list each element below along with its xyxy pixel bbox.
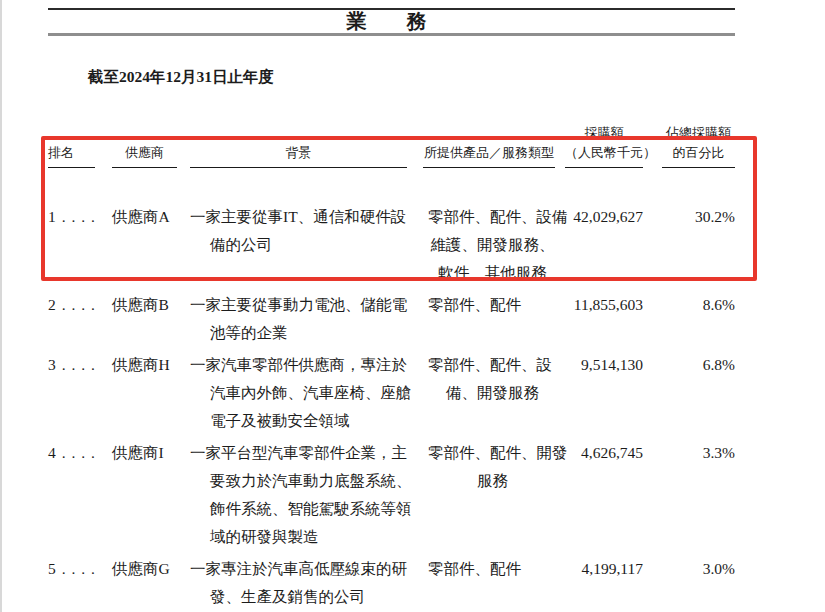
background-cell: 一家汽車零部件供應商，專注於汽車內外飾、汽車座椅、座艙電子及被動安全領域 (190, 351, 423, 435)
percentage-cell: 3.0% (643, 555, 735, 611)
supplier-cell: 供應商A (112, 203, 190, 287)
section-header-band: 業 務 (48, 8, 735, 36)
table-body: 1 . . . . 供應商A 一家主要從事IT、通信和硬件設備的公司 零部件、配… (48, 203, 735, 611)
amount-cell: 4,199,117 (557, 555, 643, 611)
table-row: 5 . . . . 供應商G 一家專注於汽車高低壓線束的研發、生產及銷售的公司 … (48, 555, 735, 611)
products-cell: 零部件、配件 (423, 291, 557, 347)
supplier-cell: 供應商G (112, 555, 190, 611)
amount-cell: 4,626,745 (557, 439, 643, 551)
rank-cell: 1 . . . . (48, 203, 112, 287)
table-row: 4 . . . . 供應商I 一家平台型汽車零部件企業，主要致力於汽車動力底盤系… (48, 439, 735, 551)
table-row: 3 . . . . 供應商H 一家汽車零部件供應商，專注於汽車內外飾、汽車座椅、… (48, 351, 735, 435)
document-page: 業 務 截至2024年12月31日止年度 排名 供應商 背景 所提供產品／服務類… (48, 0, 735, 611)
page-edge-line (0, 0, 2, 612)
bottom-rule (48, 33, 735, 36)
supplier-cell: 供應商I (112, 439, 190, 551)
supplier-cell: 供應商H (112, 351, 190, 435)
amount-cell: 42,029,627 (557, 203, 643, 287)
table-row: 1 . . . . 供應商A 一家主要從事IT、通信和硬件設備的公司 零部件、配… (48, 203, 735, 287)
header-amount: 採購額 （人民幣千元） (557, 118, 643, 168)
rank-cell: 5 . . . . (48, 555, 112, 611)
reporting-period: 截至2024年12月31日止年度 (88, 66, 735, 88)
background-cell: 一家平台型汽車零部件企業，主要致力於汽車動力底盤系統、飾件系統、智能駕駛系統等領… (190, 439, 423, 551)
supplier-cell: 供應商B (112, 291, 190, 347)
percentage-cell: 3.3% (643, 439, 735, 551)
products-cell: 零部件、配件、設備維護、開發服務、軟件、其他服務 (423, 203, 557, 287)
rank-cell: 3 . . . . (48, 351, 112, 435)
percentage-cell: 6.8% (643, 351, 735, 435)
products-cell: 零部件、配件、設備、開發服務 (423, 351, 557, 435)
background-cell: 一家主要從事動力電池、儲能電池等的企業 (190, 291, 423, 347)
products-cell: 零部件、配件 (423, 555, 557, 611)
header-percentage: 佔總採購額 的百分比 (643, 118, 735, 168)
header-background: 背景 (190, 118, 423, 168)
suppliers-table: 排名 供應商 背景 所提供產品／服務類型 採購額 （人民幣千元） 佔總採購額 的… (48, 118, 735, 611)
amount-cell: 9,514,130 (557, 351, 643, 435)
section-title: 業 務 (48, 10, 735, 33)
amount-cell: 11,855,603 (557, 291, 643, 347)
table-row: 2 . . . . 供應商B 一家主要從事動力電池、儲能電池等的企業 零部件、配… (48, 291, 735, 347)
rank-cell: 4 . . . . (48, 439, 112, 551)
products-cell: 零部件、配件、開發服務 (423, 439, 557, 551)
percentage-cell: 8.6% (643, 291, 735, 347)
header-products: 所提供產品／服務類型 (423, 118, 557, 168)
background-cell: 一家主要從事IT、通信和硬件設備的公司 (190, 203, 423, 287)
rank-cell: 2 . . . . (48, 291, 112, 347)
percentage-cell: 30.2% (643, 203, 735, 287)
header-rank: 排名 (48, 118, 112, 168)
header-supplier: 供應商 (112, 118, 190, 168)
background-cell: 一家專注於汽車高低壓線束的研發、生產及銷售的公司 (190, 555, 423, 611)
table-header-row: 排名 供應商 背景 所提供產品／服務類型 採購額 （人民幣千元） 佔總採購額 的… (48, 118, 735, 168)
